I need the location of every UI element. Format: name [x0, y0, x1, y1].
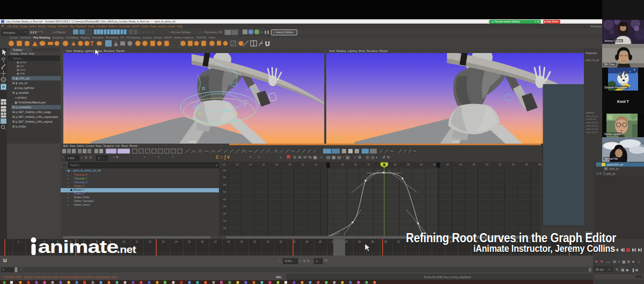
svg-text:60 fps: 60 fps — [596, 268, 604, 271]
svg-text:▩: ▩ — [622, 260, 626, 264]
svg-text:animate: animate — [38, 236, 119, 257]
svg-text:♥: ♥ — [632, 260, 634, 264]
svg-text:T: T — [90, 40, 94, 47]
svg-text:○: ○ — [638, 260, 640, 264]
svg-text:35: 35 — [223, 213, 226, 215]
svg-text:.net: .net — [117, 244, 136, 255]
svg-text:✎: ✎ — [616, 268, 619, 272]
svg-text:50: 50 — [223, 191, 226, 193]
svg-text:▶: ▶ — [626, 268, 630, 272]
svg-text:60: 60 — [223, 176, 226, 179]
svg-text:55: 55 — [223, 184, 226, 186]
svg-text:40: 40 — [223, 205, 226, 208]
svg-text:persp: persp — [189, 140, 196, 143]
svg-text:45: 45 — [223, 198, 226, 201]
svg-text:Ж: Ж — [613, 260, 617, 264]
svg-text:+: + — [618, 260, 620, 264]
svg-text:persp: persp — [452, 140, 459, 143]
svg-text:▣: ▣ — [621, 268, 625, 272]
svg-text:⚑: ⚑ — [600, 260, 603, 264]
svg-text:❚◀: ❚◀ — [632, 268, 638, 272]
svg-text:30: 30 — [223, 220, 226, 222]
svg-text:⚑: ⚑ — [595, 260, 598, 264]
svg-text:65: 65 — [223, 169, 226, 172]
svg-text:U: U — [265, 40, 270, 48]
svg-text:—: — — [606, 260, 610, 264]
svg-text:⚙: ⚙ — [627, 260, 630, 264]
svg-text:25: 25 — [223, 227, 226, 230]
